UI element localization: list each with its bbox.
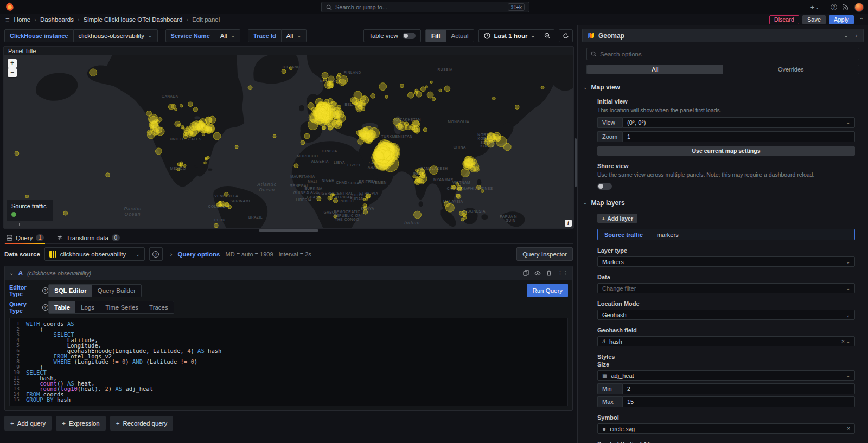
sql-line[interactable]: 15GROUP BY hash	[10, 397, 567, 402]
section-map-layers[interactable]: ⌄ Map layers	[583, 199, 859, 207]
fill-actual-segmented: Fill Actual	[425, 29, 475, 42]
duplicate-query-icon[interactable]	[523, 270, 529, 276]
discard-button[interactable]: Discard	[769, 15, 799, 24]
query-options-link[interactable]: Query options	[178, 251, 220, 258]
clear-icon[interactable]: ×	[847, 426, 850, 432]
map-zoom-out-button[interactable]: −	[8, 68, 17, 77]
max-input[interactable]: 15	[622, 396, 855, 407]
use-current-map-settings-button[interactable]: Use current map settings	[597, 146, 855, 156]
options-tabs: All Overrides	[586, 65, 859, 74]
refresh-button[interactable]	[559, 29, 573, 42]
layer-card-source-traffic[interactable]: Source traffic markers	[597, 229, 855, 240]
layer-type-select[interactable]: Markers⌄	[597, 256, 855, 267]
toggle-switch[interactable]	[403, 33, 416, 39]
help-icon[interactable]: ?	[831, 4, 837, 10]
grafana-logo[interactable]	[5, 2, 14, 12]
clear-and-chevron[interactable]: × ⌄	[841, 338, 850, 344]
mega-menu-icon[interactable]: ≡	[5, 16, 10, 23]
table-option[interactable]: Table	[49, 301, 75, 313]
close-options-pane-icon[interactable]: ›	[854, 33, 859, 38]
geohash-field-select[interactable]: A hash × ⌄	[597, 336, 855, 346]
info-icon[interactable]: ?	[42, 304, 48, 311]
time-series-option[interactable]: Time Series	[100, 301, 144, 313]
global-search-input[interactable]: Search or jump to... ⌘+k	[321, 2, 529, 12]
breadcrumb-dashboard-name[interactable]: Simple ClickHouse OTel Dashboard	[84, 16, 183, 23]
expression-button[interactable]: +Expression	[56, 416, 106, 431]
tab-overrides[interactable]: Overrides	[723, 65, 859, 74]
actual-option[interactable]: Actual	[446, 30, 474, 42]
sql-editor[interactable]: 1WITH coords AS2 (3 SELECT4 Latitude,5 L…	[9, 318, 568, 406]
news-rss-icon[interactable]	[843, 4, 849, 10]
svg-text:MYANMAR: MYANMAR	[433, 178, 454, 182]
sql-line[interactable]: 14FROM coords	[10, 391, 567, 397]
map-zoom-in-button[interactable]: +	[8, 59, 17, 68]
datasource-picker[interactable]: clickhouse-observability ⌄	[44, 247, 145, 261]
size-field-select[interactable]: ▦ adj_heat ⌄	[597, 370, 855, 381]
symbol-select[interactable]: ● circle.svg ×	[597, 423, 855, 434]
svg-text:FINLAND: FINLAND	[344, 70, 361, 74]
svg-text:Indian: Indian	[404, 220, 420, 226]
section-map-view[interactable]: ⌄ Map view	[583, 84, 859, 91]
query-footer-actions: +Add query +Expression +Recorded query	[4, 416, 573, 431]
zoom-input[interactable]: 1	[622, 131, 855, 142]
sql-line[interactable]: 13 round(log10(heat), 2) AS adj_heat	[10, 386, 567, 391]
variable-value-dropdown[interactable]: All⌄	[282, 29, 307, 42]
map-attribution-button[interactable]: i	[565, 220, 572, 227]
fill-option[interactable]: Fill	[426, 30, 446, 42]
recorded-query-button[interactable]: +Recorded query	[110, 416, 174, 431]
options-search-input[interactable]: Search options	[586, 48, 859, 60]
run-query-button[interactable]: Run Query	[527, 284, 568, 297]
sql-line[interactable]: 9 )	[10, 364, 567, 370]
sql-line[interactable]: 1WITH coords AS	[10, 321, 567, 326]
layer-name[interactable]: Source traffic	[604, 232, 643, 238]
sql-editor-option[interactable]: SQL Editor	[49, 285, 92, 297]
geomap-icon	[587, 32, 595, 39]
info-icon[interactable]: ?	[42, 287, 48, 294]
sql-line[interactable]: 10SELECT	[10, 370, 567, 375]
breadcrumb-dashboards[interactable]: Dashboards	[40, 16, 74, 23]
traces-option[interactable]: Traces	[144, 301, 174, 313]
geomap-canvas[interactable]: CANADAUNITED STATESMEXICOVENEZUELACOLOMB…	[4, 55, 573, 228]
collapse-chevron-icon[interactable]: ⌃	[859, 17, 864, 23]
panel-title[interactable]: Panel Title	[4, 47, 573, 55]
hide-response-eye-icon[interactable]	[534, 271, 541, 276]
view-select[interactable]: (0°, 0°)⌄	[622, 117, 855, 128]
scrollbar-thumb[interactable]	[575, 138, 577, 187]
add-layer-button[interactable]: +Add layer	[597, 214, 637, 223]
drag-handle-icon[interactable]: ⋮⋮	[557, 269, 568, 277]
avatar[interactable]	[854, 3, 864, 12]
min-input[interactable]: 2	[622, 383, 855, 394]
query-builder-option[interactable]: Query Builder	[92, 285, 141, 297]
share-view-toggle[interactable]	[597, 183, 612, 190]
save-button[interactable]: Save	[802, 15, 826, 24]
splitter-handle[interactable]	[259, 229, 318, 232]
delete-query-icon[interactable]	[546, 270, 552, 276]
collapse-chevron-icon[interactable]: ⌄	[9, 270, 14, 276]
chevron-down-icon[interactable]: ⌄	[842, 33, 850, 38]
time-range-picker[interactable]: Last 1 hour⌄	[478, 29, 540, 42]
tab-query[interactable]: Query 1	[5, 232, 45, 243]
logs-option[interactable]: Logs	[75, 301, 100, 313]
visualization-picker[interactable]: Geomap ⌄ ›	[582, 29, 864, 42]
zoom-out-time-button[interactable]	[540, 29, 554, 42]
variable-value-dropdown[interactable]: clickhouse-observability⌄	[74, 29, 158, 42]
world-map[interactable]: CANADAUNITED STATESMEXICOVENEZUELACOLOMB…	[4, 55, 573, 228]
datasource-help-button[interactable]: ?	[149, 247, 163, 261]
sql-line[interactable]: 8 WHERE (Longitude != 0) AND (Latitude !…	[10, 359, 567, 364]
query-row-header[interactable]: ⌄ A (clickhouse-observability) ⋮⋮	[5, 266, 572, 280]
tab-transform-data[interactable]: Transform data 0	[56, 232, 121, 243]
table-view-toggle[interactable]: Table view	[363, 29, 421, 42]
divider	[825, 3, 825, 11]
query-inspector-button[interactable]: Query Inspector	[516, 247, 573, 261]
variable-value-dropdown[interactable]: All⌄	[215, 29, 240, 42]
add-query-button[interactable]: +Add query	[4, 416, 52, 431]
apply-button[interactable]: Apply	[829, 15, 854, 24]
tab-all[interactable]: All	[587, 65, 723, 74]
add-menu-button[interactable]: +⌄	[810, 3, 819, 11]
sql-line[interactable]: 2 (	[10, 326, 567, 332]
map-zoom-controls: + −	[8, 59, 17, 77]
data-filter-select[interactable]: Change filter⌄	[597, 283, 855, 293]
location-mode-select[interactable]: Geohash⌄	[597, 310, 855, 320]
breadcrumb-home[interactable]: Home	[14, 16, 31, 23]
svg-text:Pacific: Pacific	[124, 206, 142, 211]
